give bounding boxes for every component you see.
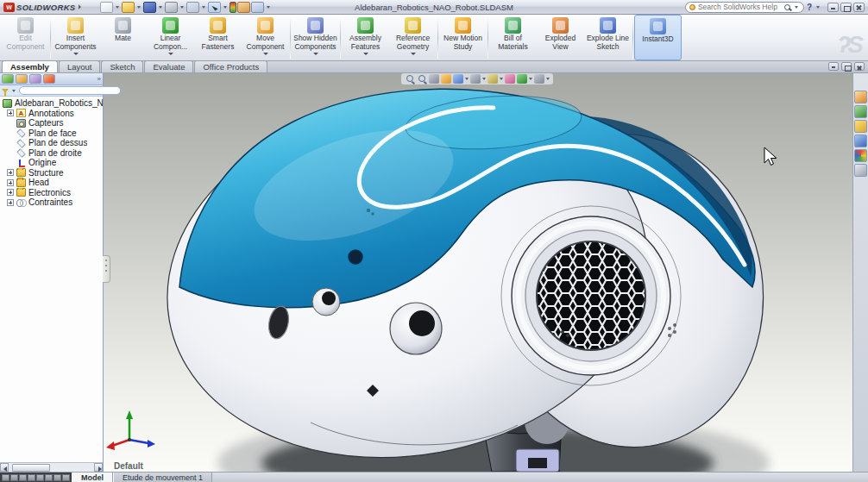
print-icon[interactable] — [165, 2, 178, 13]
section-view-icon[interactable] — [441, 74, 451, 84]
filter-dropdown-icon[interactable] — [12, 90, 16, 92]
open-dropdown-icon[interactable] — [137, 6, 141, 9]
tree-item-contraintes[interactable]: Contraintes — [0, 197, 103, 208]
save-dropdown-icon[interactable] — [159, 6, 162, 9]
expand-icon[interactable] — [7, 179, 14, 186]
select-cursor-icon[interactable] — [208, 2, 221, 13]
tree-item-annotations[interactable]: Annotations — [0, 109, 103, 119]
zoom-to-fit-icon[interactable] — [405, 74, 415, 84]
search-icon[interactable] — [784, 4, 790, 10]
tree-item-structure[interactable]: Structure — [0, 168, 103, 178]
rebuild-stoplight-icon[interactable] — [230, 2, 236, 13]
move-component-button[interactable]: Move Component — [242, 15, 289, 60]
properties-icon[interactable] — [237, 2, 250, 13]
solidworks-resources-icon[interactable] — [854, 91, 867, 103]
bill-of-materials-button[interactable]: Bill of Materials — [489, 15, 537, 60]
apply-scene-icon[interactable] — [517, 74, 527, 84]
tab-layout[interactable]: Layout — [59, 60, 101, 72]
tree-item-electronics[interactable]: Electronics — [0, 188, 103, 198]
search-dropdown-icon[interactable] — [795, 6, 798, 9]
tree-item-head[interactable]: Head — [0, 178, 103, 188]
minimize-button[interactable] — [827, 3, 839, 12]
tab-office-products[interactable]: Office Products — [194, 60, 267, 72]
filter-funnel-icon[interactable] — [2, 89, 9, 93]
tree-item-plan-de-dessus[interactable]: Plan de dessus — [0, 138, 103, 148]
insert-components-button[interactable]: Insert Components — [52, 15, 99, 60]
custom-properties-icon[interactable] — [854, 164, 867, 177]
dropdown-arrow-icon[interactable] — [529, 78, 532, 80]
expand-icon[interactable] — [7, 110, 14, 116]
tab-model[interactable]: Model — [72, 473, 113, 482]
doc-restore-button[interactable] — [841, 62, 852, 71]
reference-geometry-button[interactable]: Reference Geometry — [389, 15, 437, 60]
search-input[interactable] — [698, 3, 782, 11]
help-button[interactable]: ? — [807, 3, 812, 12]
panel-splitter-handle[interactable] — [103, 255, 110, 283]
dropdown-arrow-icon[interactable] — [263, 53, 268, 55]
expand-icon[interactable] — [7, 189, 14, 196]
expand-icon[interactable] — [7, 169, 14, 176]
exploded-view-button[interactable]: Exploded View — [537, 15, 584, 60]
new-dropdown-icon[interactable] — [116, 6, 119, 9]
dropdown-arrow-icon[interactable] — [411, 53, 416, 55]
window-dropdown-icon[interactable] — [267, 6, 270, 9]
tree-item-plan-de-face[interactable]: Plan de face — [0, 128, 103, 139]
tree-filter-input[interactable] — [19, 86, 121, 95]
view-palette-icon[interactable] — [854, 135, 867, 147]
dropdown-arrow-icon[interactable] — [168, 53, 173, 55]
select-dropdown-icon[interactable] — [223, 6, 227, 9]
edit-appearance-icon[interactable] — [505, 74, 515, 84]
help-dropdown-icon[interactable] — [816, 6, 820, 9]
expand-icon[interactable] — [7, 199, 14, 206]
doc-minimize-button[interactable] — [828, 62, 839, 71]
view-settings-icon[interactable] — [534, 74, 544, 84]
smart-fasteners-button[interactable]: Smart Fasteners — [194, 15, 242, 60]
open-icon[interactable] — [122, 2, 135, 13]
linear-component-button[interactable]: Linear Compon... — [147, 15, 194, 60]
tree-item-plan-de-droite[interactable]: Plan de droite — [0, 148, 103, 159]
dropdown-arrow-icon[interactable] — [73, 53, 79, 55]
dropdown-arrow-icon[interactable] — [465, 78, 469, 80]
new-document-icon[interactable] — [100, 2, 113, 13]
help-search-box[interactable] — [685, 2, 804, 13]
3d-model-viewport[interactable]: Default — [104, 73, 852, 472]
edit-component-button[interactable]: Edit Component — [2, 15, 49, 60]
hide-show-items-icon[interactable] — [487, 74, 498, 84]
dropdown-arrow-icon[interactable] — [313, 53, 318, 55]
explode-line-sketch-button[interactable]: Explode Line Sketch — [584, 15, 632, 60]
tree-item-origine[interactable]: Origine — [0, 158, 103, 168]
appearances-scenes-icon[interactable] — [854, 149, 867, 162]
panel-overflow-icon[interactable]: » — [97, 75, 101, 83]
configuration-manager-tab-icon[interactable] — [29, 74, 41, 84]
tab-motion-study[interactable]: Etude de mouvement 1 — [113, 473, 212, 482]
tab-sketch[interactable]: Sketch — [101, 60, 143, 72]
tab-evaluate[interactable]: Evaluate — [144, 60, 193, 72]
feature-tree-tab-icon[interactable] — [2, 74, 14, 84]
show-hidden-components-button[interactable]: Show Hidden Components — [292, 15, 339, 60]
window-icon[interactable] — [251, 2, 264, 13]
previous-view-icon[interactable] — [429, 74, 439, 84]
dropdown-arrow-icon[interactable] — [500, 78, 503, 80]
instant3d-button[interactable]: Instant3D — [634, 15, 682, 60]
display-style-icon[interactable] — [470, 74, 481, 84]
property-manager-tab-icon[interactable] — [16, 74, 28, 84]
display-manager-tab-icon[interactable] — [43, 74, 55, 84]
undo-dropdown-icon[interactable] — [202, 6, 205, 9]
dropdown-arrow-icon[interactable] — [482, 78, 486, 80]
mate-button[interactable]: Mate — [99, 15, 147, 60]
dropdown-arrow-icon[interactable] — [546, 78, 550, 80]
scroll-right-icon[interactable] — [94, 463, 103, 472]
doc-close-button[interactable] — [854, 62, 865, 71]
file-explorer-icon[interactable] — [854, 120, 867, 133]
close-button[interactable] — [853, 3, 865, 12]
view-orientation-icon[interactable] — [453, 74, 463, 84]
scroll-left-icon[interactable] — [0, 463, 9, 472]
design-library-icon[interactable] — [854, 105, 867, 118]
print-dropdown-icon[interactable] — [180, 6, 184, 9]
restore-button[interactable] — [840, 3, 852, 12]
scrollbar-thumb[interactable] — [12, 464, 50, 472]
app-menu[interactable]: W SOLIDWORKS — [0, 3, 85, 12]
assembly-features-button[interactable]: Assembly Features — [342, 15, 389, 60]
tab-navigation-buttons[interactable] — [0, 473, 72, 482]
tree-root[interactable]: Aldebaran_Robotics_NAO_Rob — [0, 98, 103, 109]
